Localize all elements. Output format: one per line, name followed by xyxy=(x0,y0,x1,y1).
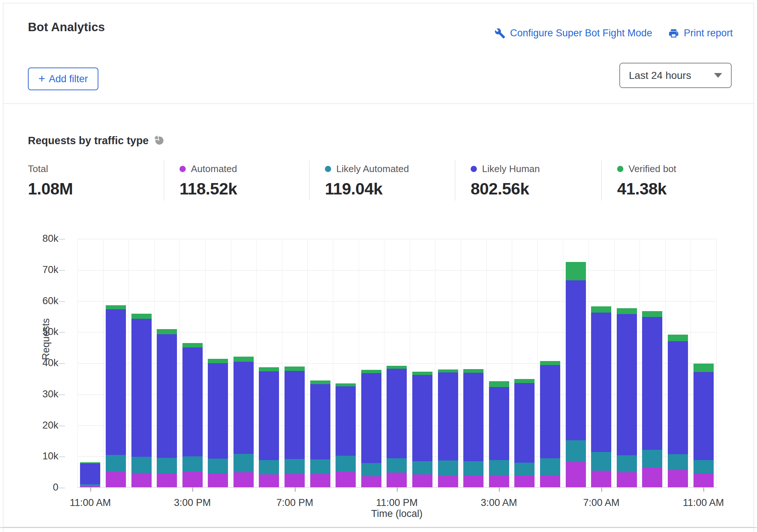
y-tick-label: 70k xyxy=(14,264,58,276)
bar-segment-likely-human xyxy=(693,372,714,460)
y-tick-label: 30k xyxy=(14,389,58,400)
bar-segment-likely-automated xyxy=(693,460,714,473)
time-range-dropdown[interactable]: Last 24 hours xyxy=(619,63,732,88)
bar-segment-verified-bot xyxy=(591,306,611,313)
bar-500pm xyxy=(233,357,254,487)
time-range-value: Last 24 hours xyxy=(629,70,691,81)
stat-likely-automated-value: 119.04k xyxy=(325,179,451,198)
page-title: Bot Analytics xyxy=(28,20,105,34)
bar-800am xyxy=(617,308,637,487)
bar-segment-verified-bot xyxy=(412,372,432,375)
bar-segment-likely-human xyxy=(540,365,560,458)
bar-segment-automated xyxy=(310,474,330,487)
stat-likely-human-value: 802.56k xyxy=(471,179,598,198)
bar-segment-automated xyxy=(412,474,432,487)
stat-verified-bot[interactable]: Verified bot 41.38k xyxy=(601,160,754,201)
bar-1200pm xyxy=(106,305,126,487)
configure-super-bot-fight-mode-link[interactable]: Configure Super Bot Fight Mode xyxy=(495,28,652,39)
bar-segment-likely-automated xyxy=(336,456,356,472)
y-tick-mark xyxy=(59,456,65,457)
bar-900am xyxy=(642,311,662,487)
stat-likely-automated[interactable]: Likely Automated 119.04k xyxy=(309,160,455,201)
bar-segment-automated xyxy=(514,475,535,487)
x-tick-label: 11:00 AM xyxy=(667,497,740,509)
bar-segment-likely-human xyxy=(182,347,203,456)
stat-verified-bot-label: Verified bot xyxy=(629,163,676,175)
bar-400am xyxy=(514,379,535,487)
x-tick-label: 11:00 PM xyxy=(360,497,434,509)
bar-segment-verified-bot xyxy=(106,305,126,309)
y-tick-mark xyxy=(59,394,65,395)
bar-segment-automated xyxy=(131,473,152,487)
bar-segment-likely-human xyxy=(642,317,662,450)
bar-segment-likely-human xyxy=(438,372,458,460)
stat-likely-human[interactable]: Likely Human 802.56k xyxy=(455,160,601,201)
bar-segment-likely-human xyxy=(259,371,279,460)
configure-link-label: Configure Super Bot Fight Mode xyxy=(510,28,652,39)
next-card-edge xyxy=(3,528,754,532)
header-links: Configure Super Bot Fight Mode Print rep… xyxy=(495,28,733,39)
x-tick-label: 11:00 AM xyxy=(54,497,127,509)
bar-segment-likely-automated xyxy=(489,460,509,475)
bar-700pm xyxy=(285,367,305,487)
bar-segment-verified-bot xyxy=(259,367,279,371)
bar-segment-likely-human xyxy=(233,362,254,454)
bar-segment-likely-automated xyxy=(412,461,432,474)
bar-300pm xyxy=(182,343,203,487)
bar-segment-likely-automated xyxy=(285,459,305,474)
x-tick-mark xyxy=(703,488,704,492)
bar-segment-likely-automated xyxy=(463,461,483,475)
bar-segment-verified-bot xyxy=(387,366,407,369)
print-report-link[interactable]: Print report xyxy=(668,28,733,39)
x-tick-mark xyxy=(192,488,193,492)
bar-segment-verified-bot xyxy=(310,380,330,384)
y-tick-mark xyxy=(59,363,65,364)
y-tick-mark xyxy=(59,332,65,333)
stat-total-value: 1.08M xyxy=(28,179,160,198)
bar-segment-likely-human xyxy=(157,334,177,458)
add-filter-button[interactable]: + Add filter xyxy=(28,68,98,90)
bar-segment-verified-bot xyxy=(514,379,535,383)
bar-segment-automated xyxy=(540,475,560,487)
stat-automated[interactable]: Automated 118.52k xyxy=(164,160,309,201)
bar-200pm xyxy=(157,329,177,487)
bar-1100pm xyxy=(387,366,407,487)
bar-segment-verified-bot xyxy=(157,329,177,334)
y-tick-label: 50k xyxy=(14,326,58,338)
x-tick-mark xyxy=(499,488,500,492)
bar-segment-verified-bot xyxy=(693,364,714,372)
bar-segment-likely-automated xyxy=(566,440,586,462)
automated-legend-dot xyxy=(180,166,186,172)
y-tick-mark xyxy=(59,301,65,302)
bar-600am xyxy=(566,262,586,487)
bar-400pm xyxy=(208,359,228,487)
requests-bar-chart xyxy=(77,239,716,488)
horizontal-gridline xyxy=(77,270,716,270)
bar-segment-verified-bot xyxy=(438,369,458,372)
bar-segment-automated xyxy=(438,476,458,487)
bar-segment-automated xyxy=(259,474,279,487)
bar-segment-verified-bot xyxy=(131,314,152,319)
add-filter-label: Add filter xyxy=(49,73,88,85)
y-tick-label: 20k xyxy=(14,420,58,431)
wrench-icon xyxy=(495,28,506,39)
bar-100am xyxy=(438,369,458,487)
likely-human-legend-dot xyxy=(471,166,477,172)
print-link-label: Print report xyxy=(684,28,733,39)
bar-segment-verified-bot xyxy=(668,335,688,341)
x-tick-mark xyxy=(295,488,296,492)
bar-1000pm xyxy=(361,370,381,487)
vertical-gridline xyxy=(716,239,717,487)
x-tick-label: 7:00 AM xyxy=(565,497,638,509)
stat-automated-label: Automated xyxy=(191,163,237,175)
bar-1100am xyxy=(80,462,100,487)
bar-segment-automated xyxy=(208,473,228,487)
bar-segment-automated xyxy=(668,470,688,487)
stat-total: Total 1.08M xyxy=(3,160,164,201)
bar-segment-likely-human xyxy=(310,384,330,459)
bar-300am xyxy=(489,381,509,487)
y-tick-label: 60k xyxy=(14,295,58,307)
bar-segment-likely-human xyxy=(285,371,305,459)
pie-chart-icon xyxy=(154,135,164,147)
bar-segment-automated xyxy=(336,472,356,487)
